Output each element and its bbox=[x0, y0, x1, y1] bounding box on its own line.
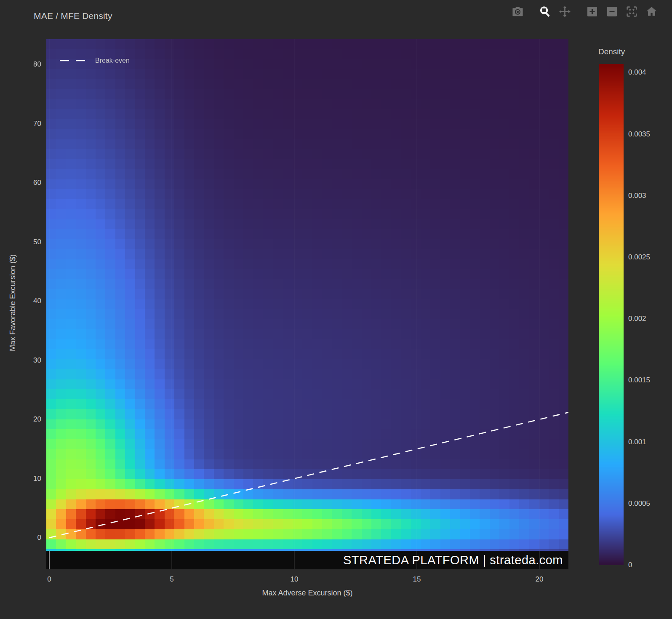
x-tick-label: 10 bbox=[291, 575, 299, 584]
colorbar-tick-label: 0.002 bbox=[628, 315, 646, 323]
colorbar-tick-label: 0.0035 bbox=[628, 130, 650, 139]
chart-title: MAE / MFE Density bbox=[34, 11, 112, 21]
camera-icon-glyph bbox=[512, 5, 524, 18]
colorbar-tick-label: 0.001 bbox=[628, 438, 646, 446]
zoom-out-icon[interactable] bbox=[605, 4, 619, 19]
y-tick-label: 40 bbox=[33, 297, 41, 305]
y-tick-label: 0 bbox=[37, 534, 41, 542]
y-tick-label: 60 bbox=[33, 179, 41, 187]
y-tick-label: 30 bbox=[33, 356, 41, 365]
colorbar-tick-label: 0.0005 bbox=[628, 499, 650, 508]
modebar bbox=[505, 4, 659, 19]
zoom-in-icon-glyph bbox=[586, 5, 598, 18]
colorbar-tick-label: 0 bbox=[628, 561, 632, 569]
reset-home-icon-glyph bbox=[645, 5, 658, 18]
y-axis-title: Max Favorable Excursion ($) bbox=[8, 254, 17, 351]
y-tick-label: 70 bbox=[33, 120, 41, 128]
watermark-text: STRATEDA PLATFORM | strateda.com bbox=[343, 551, 563, 569]
y-tick-label: 10 bbox=[33, 475, 41, 483]
x-tick-label: 15 bbox=[413, 575, 421, 584]
autoscale-icon-glyph bbox=[626, 5, 638, 18]
plot-area[interactable]: STRATEDA PLATFORM | strateda.com Break-e… bbox=[46, 39, 568, 569]
pan-icon[interactable] bbox=[557, 4, 572, 19]
colorbar-tick-label: 0.004 bbox=[628, 68, 646, 77]
x-axis-title: Max Adverse Excursion ($) bbox=[262, 589, 352, 598]
autoscale-icon[interactable] bbox=[624, 4, 639, 19]
pan-icon-glyph bbox=[559, 5, 571, 18]
camera-icon[interactable] bbox=[510, 4, 525, 19]
colorbar-tick-label: 0.0025 bbox=[628, 253, 650, 261]
legend-label-break-even: Break-even bbox=[95, 57, 130, 64]
x-tick-label: 0 bbox=[47, 575, 51, 584]
plot-overlay bbox=[46, 39, 568, 569]
zoom-icon-glyph bbox=[539, 5, 551, 18]
colorbar-tick-label: 0.003 bbox=[628, 192, 646, 200]
zoom-out-icon-glyph bbox=[606, 5, 618, 18]
x-tick-label: 5 bbox=[170, 575, 173, 584]
legend[interactable]: Break-even bbox=[59, 57, 130, 64]
zoom-in-icon[interactable] bbox=[585, 4, 599, 19]
colorbar-gradient bbox=[599, 64, 624, 565]
y-tick-label: 80 bbox=[33, 60, 41, 69]
y-tick-label: 20 bbox=[33, 415, 41, 424]
reset-home-icon[interactable] bbox=[644, 4, 659, 19]
y-tick-label: 50 bbox=[33, 238, 41, 246]
breakeven-dash-sample bbox=[59, 59, 89, 62]
x-tick-label: 20 bbox=[536, 575, 544, 584]
zoom-icon[interactable] bbox=[538, 4, 552, 19]
colorbar-title: Density bbox=[598, 47, 625, 56]
colorbar-tick-label: 0.0015 bbox=[628, 376, 650, 384]
